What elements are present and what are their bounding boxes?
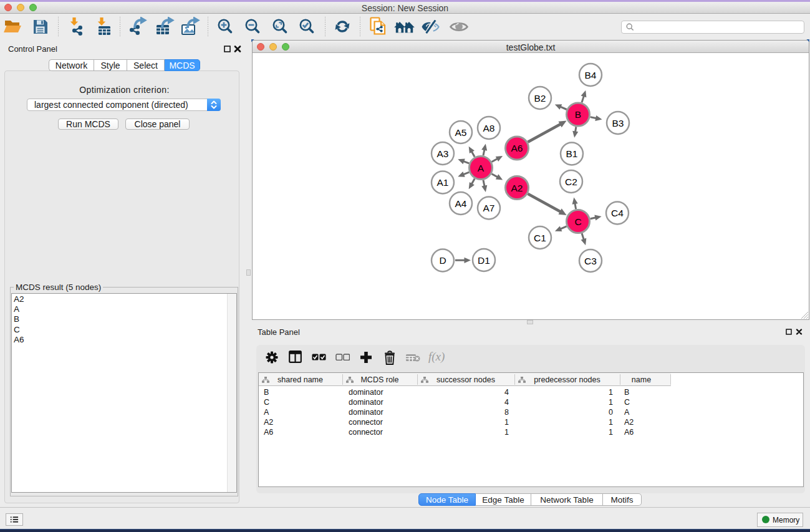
- svg-text:A8: A8: [483, 123, 495, 133]
- svg-text:B4: B4: [585, 70, 597, 80]
- svg-text:C4: C4: [611, 208, 624, 218]
- svg-text:A: A: [478, 163, 485, 173]
- svg-text:A3: A3: [437, 148, 449, 159]
- svg-text:C2: C2: [565, 177, 577, 187]
- svg-text:D: D: [439, 255, 446, 266]
- svg-text:B2: B2: [534, 93, 546, 104]
- svg-text:A7: A7: [483, 203, 495, 213]
- svg-text:C1: C1: [534, 233, 546, 243]
- svg-text:A6: A6: [511, 143, 523, 153]
- svg-text:A4: A4: [455, 198, 467, 209]
- svg-text:A5: A5: [455, 127, 467, 138]
- svg-text:A2: A2: [511, 183, 523, 193]
- svg-text:D1: D1: [478, 255, 490, 266]
- svg-text:A1: A1: [437, 177, 449, 188]
- svg-text:B1: B1: [566, 148, 578, 159]
- svg-text:B: B: [575, 109, 581, 120]
- svg-text:C3: C3: [584, 256, 597, 266]
- svg-text:B3: B3: [612, 118, 624, 128]
- svg-text:C: C: [574, 216, 581, 227]
